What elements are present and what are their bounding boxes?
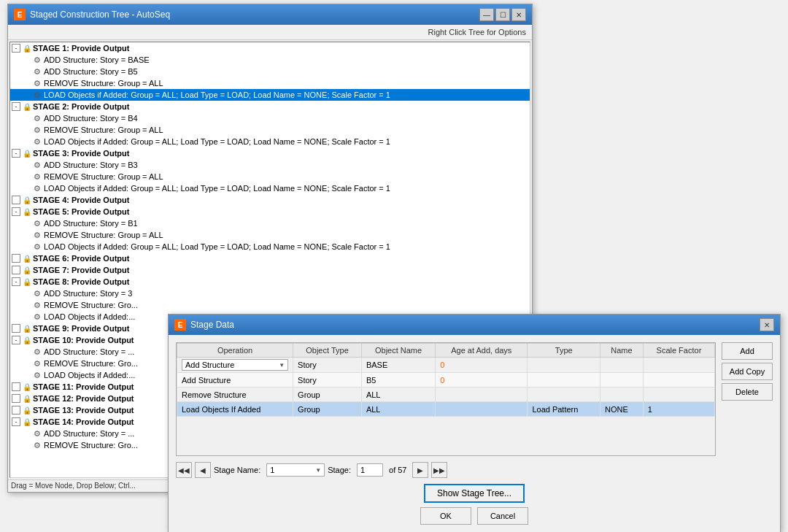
scale-factor-cell[interactable]: [643, 358, 714, 373]
expand-icon[interactable]: [12, 324, 20, 333]
object-type-cell[interactable]: Story: [293, 373, 362, 388]
object-name-cell[interactable]: ALL: [361, 388, 435, 402]
scale-factor-cell[interactable]: [643, 373, 714, 388]
type-cell[interactable]: Load Pattern: [528, 402, 600, 417]
age-cell[interactable]: 0: [436, 358, 528, 373]
tree-item[interactable]: ⚙REMOVE Structure: Gro...: [10, 299, 530, 311]
table-row[interactable]: Add Structure Story B5 0: [177, 373, 715, 388]
age-cell[interactable]: [436, 388, 528, 402]
tree-item[interactable]: ⚙LOAD Objects if Added: Group = ALL; Loa…: [10, 241, 530, 252]
type-cell[interactable]: [528, 373, 600, 388]
stage-close-button[interactable]: ✕: [760, 318, 774, 331]
name-cell[interactable]: NONE: [600, 402, 644, 417]
tree-item-text: STAGE 8: Provide Output: [33, 277, 129, 286]
stage-dialog-icon: E: [174, 319, 186, 331]
tree-item[interactable]: -🔒STAGE 8: Provide Output: [10, 276, 530, 288]
scale-factor-cell[interactable]: [643, 388, 714, 402]
show-stage-tree-button[interactable]: Show Stage Tree...: [424, 484, 525, 503]
tree-item[interactable]: ⚙ADD Structure: Story = B4: [10, 112, 530, 124]
age-cell[interactable]: 0: [436, 373, 528, 388]
table-row[interactable]: Add Structure ▼ Story BASE 0: [177, 358, 715, 373]
lock-icon: 🔒: [23, 148, 31, 158]
tree-item[interactable]: ⚙REMOVE Structure: Group = ALL: [10, 171, 530, 182]
add-button[interactable]: Add: [722, 342, 773, 360]
tree-item[interactable]: -🔒STAGE 5: Provide Output: [10, 206, 530, 217]
expand-icon[interactable]: [12, 196, 20, 204]
tree-item[interactable]: ⚙ADD Structure: Story = 3: [10, 288, 530, 299]
table-row[interactable]: Remove Structure Group ALL: [177, 388, 715, 402]
tree-item[interactable]: 🔒STAGE 7: Provide Output: [10, 264, 530, 276]
scale-factor-cell[interactable]: 1: [643, 402, 714, 417]
age-cell[interactable]: [436, 402, 528, 417]
tree-item[interactable]: ⚙ADD Structure: Story = BASE: [10, 54, 530, 66]
stage-name-dropdown-arrow: ▼: [315, 467, 321, 474]
operation-dropdown[interactable]: Add Structure ▼: [182, 359, 288, 371]
operation-cell[interactable]: Remove Structure: [177, 388, 293, 402]
tree-item[interactable]: ⚙REMOVE Structure: Group = ALL: [10, 77, 530, 89]
gear-icon: ⚙: [32, 288, 42, 298]
name-cell[interactable]: [600, 358, 644, 373]
lock-icon: 🔒: [23, 335, 31, 345]
nav-prev-button[interactable]: ◀: [195, 462, 211, 478]
object-type-cell[interactable]: Group: [293, 388, 362, 402]
operation-cell[interactable]: Add Structure: [177, 373, 293, 388]
nav-next-button[interactable]: ▶: [412, 462, 428, 478]
lock-icon: 🔒: [23, 195, 31, 205]
cancel-button[interactable]: Cancel: [477, 507, 528, 525]
stage-name-input[interactable]: 1 ▼: [266, 463, 325, 477]
tree-item[interactable]: ⚙LOAD Objects if Added: Group = ALL; Loa…: [10, 136, 530, 147]
tree-item[interactable]: 🔒STAGE 6: Provide Output: [10, 252, 530, 264]
name-cell[interactable]: [600, 388, 644, 402]
expand-icon[interactable]: -: [12, 336, 20, 344]
tree-item[interactable]: ⚙LOAD Objects if Added: Group = ALL; Loa…: [10, 182, 530, 194]
table-row[interactable]: Load Objects If Added Group ALL Load Pat…: [177, 402, 715, 417]
object-name-cell[interactable]: ALL: [361, 402, 435, 417]
stage-num-input[interactable]: [357, 463, 383, 477]
minimize-button[interactable]: —: [479, 8, 494, 21]
tree-item[interactable]: ⚙REMOVE Structure: Group = ALL: [10, 229, 530, 241]
expand-icon[interactable]: -: [12, 102, 20, 111]
stage-name-label: Stage Name:: [214, 466, 260, 474]
nav-first-button[interactable]: ◀◀: [176, 462, 192, 478]
ok-button[interactable]: OK: [420, 507, 471, 525]
tree-item[interactable]: ⚙ADD Structure: Story = B5: [10, 66, 530, 77]
tree-item[interactable]: -🔒STAGE 2: Provide Output: [10, 101, 530, 112]
operation-cell[interactable]: Load Objects If Added: [177, 402, 293, 417]
maximize-button[interactable]: ☐: [495, 8, 510, 21]
tree-item-text: LOAD Objects if Added: Group = ALL; Load…: [44, 184, 390, 193]
expand-icon[interactable]: -: [12, 44, 20, 53]
add-copy-button[interactable]: Add Copy: [722, 363, 773, 380]
tree-item[interactable]: ⚙ADD Structure: Story = B1: [10, 217, 530, 229]
delete-button[interactable]: Delete: [722, 383, 773, 401]
object-type-cell[interactable]: Group: [293, 402, 362, 417]
tree-item-text: ADD Structure: Story = ...: [44, 429, 134, 438]
expand-icon[interactable]: [12, 254, 20, 263]
lock-icon: 🔒: [23, 253, 31, 263]
expand-icon[interactable]: -: [12, 277, 20, 286]
tree-item[interactable]: -🔒STAGE 3: Provide Output: [10, 147, 530, 159]
close-button[interactable]: ✕: [511, 8, 526, 21]
type-cell[interactable]: [528, 358, 600, 373]
type-cell[interactable]: [528, 388, 600, 402]
expand-icon[interactable]: -: [12, 149, 20, 158]
tree-item-text: REMOVE Structure: Group = ALL: [44, 172, 163, 181]
object-type-cell[interactable]: Story: [293, 358, 362, 373]
expand-icon[interactable]: -: [12, 417, 20, 426]
stage-name-value: 1: [270, 466, 274, 474]
tree-item[interactable]: ⚙ADD Structure: Story = B3: [10, 159, 530, 171]
object-name-cell[interactable]: B5: [361, 373, 435, 388]
tree-item[interactable]: ⚙REMOVE Structure: Group = ALL: [10, 124, 530, 136]
name-cell[interactable]: [600, 373, 644, 388]
expand-icon[interactable]: [12, 394, 20, 403]
expand-icon[interactable]: [12, 406, 20, 415]
tree-item[interactable]: 🔒STAGE 4: Provide Output: [10, 194, 530, 206]
col-name: Name: [600, 344, 644, 358]
object-name-cell[interactable]: BASE: [361, 358, 435, 373]
nav-last-button[interactable]: ▶▶: [431, 462, 447, 478]
expand-icon[interactable]: -: [12, 207, 20, 216]
tree-item[interactable]: ⚙LOAD Objects if Added: Group = ALL; Loa…: [10, 89, 530, 101]
expand-icon[interactable]: [12, 266, 20, 274]
operation-cell[interactable]: Add Structure ▼: [177, 358, 293, 373]
expand-icon[interactable]: [12, 382, 20, 391]
tree-item[interactable]: -🔒STAGE 1: Provide Output: [10, 42, 530, 54]
